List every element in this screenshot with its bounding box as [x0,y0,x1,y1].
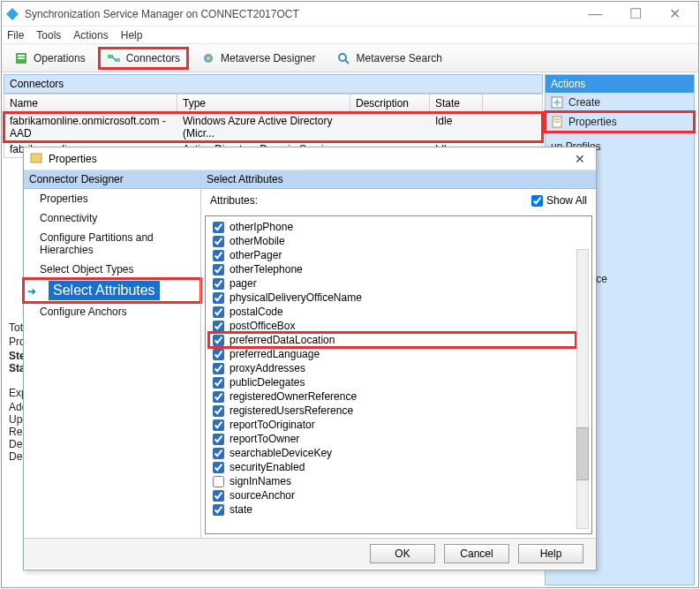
attribute-item[interactable]: reportToOriginator [209,418,576,432]
maximize-button[interactable]: ☐ [615,4,655,25]
attribute-label: reportToOwner [230,433,299,445]
col-type[interactable]: Type [177,94,350,112]
ok-button[interactable]: OK [370,544,435,563]
attribute-label: signInNames [230,475,291,487]
attribute-checkbox[interactable] [213,462,224,473]
attribute-item[interactable]: reportToOwner [209,432,576,446]
designer-select-attributes[interactable]: Select Attributes [49,281,160,300]
attribute-checkbox[interactable] [213,476,224,487]
scrollbar-track[interactable] [576,249,589,529]
properties-icon [551,116,563,128]
designer-partitions[interactable]: Configure Partitions and Hierarchies [24,228,200,260]
attribute-checkbox[interactable] [213,349,224,360]
attribute-checkbox[interactable] [213,490,224,502]
select-attributes-header: Select Attributes [201,170,596,189]
attribute-checkbox[interactable] [213,278,224,290]
attribute-checkbox[interactable] [213,222,224,233]
attribute-item[interactable]: sourceAnchor [209,488,576,502]
attribute-item[interactable]: securityEnabled [209,460,576,474]
designer-connectivity[interactable]: Connectivity [24,208,200,228]
cancel-button[interactable]: Cancel [444,544,509,563]
action-properties[interactable]: Properties [546,112,694,132]
attribute-checkbox[interactable] [213,405,224,417]
attribute-checkbox[interactable] [213,236,224,247]
attribute-item[interactable]: physicalDeliveryOfficeName [209,291,576,305]
attribute-label: publicDelegates [230,376,305,389]
attribute-label: otherPager [230,249,282,261]
attribute-item[interactable]: registeredOwnerReference [209,389,576,404]
close-button[interactable]: ✕ [655,4,695,25]
attribute-checkbox[interactable] [213,250,224,261]
action-create[interactable]: Create [546,93,694,112]
attribute-checkbox[interactable] [213,321,224,332]
attribute-item[interactable]: postOfficeBox [209,319,576,333]
attribute-item[interactable]: otherTelephone [209,262,576,276]
attribute-item[interactable]: registeredUsersReference [209,404,576,418]
attribute-checkbox[interactable] [213,377,224,389]
dialog-title: Properties [49,153,569,165]
attribute-checkbox[interactable] [213,448,224,459]
attribute-item[interactable]: otherMobile [209,234,576,248]
attribute-checkbox[interactable] [213,434,224,445]
attribute-label: pager [230,277,257,290]
attribute-checkbox[interactable] [213,504,224,516]
designer-configure-anchors[interactable]: Configure Anchors [24,302,200,321]
show-all-checkbox[interactable]: Show All [531,194,587,207]
menu-file[interactable]: File [7,29,24,42]
col-desc[interactable]: Description [350,94,430,112]
attribute-checkbox[interactable] [213,335,224,346]
svg-point-8 [339,54,346,61]
col-state[interactable]: State [430,94,483,112]
operations-button[interactable]: Operations [7,49,93,68]
attribute-item[interactable]: pager [209,276,576,291]
attribute-item[interactable]: postalCode [209,305,576,319]
attribute-label: searchableDeviceKey [230,447,332,459]
attributes-list[interactable]: otherIpPhoneotherMobileotherPagerotherTe… [205,215,592,534]
metaverse-designer-button[interactable]: Metaverse Designer [194,49,322,68]
menu-help[interactable]: Help [121,29,143,42]
attribute-item[interactable]: preferredDataLocation [209,333,576,347]
attribute-item[interactable]: searchableDeviceKey [209,446,576,460]
attribute-checkbox[interactable] [213,419,224,431]
metaverse-search-icon [336,51,350,65]
attribute-checkbox[interactable] [213,292,224,304]
menu-actions[interactable]: Actions [73,29,108,42]
table-row[interactable]: fabrikamonline.onmicrosoft.com - AAD Win… [4,113,542,141]
attribute-label: postalCode [230,306,283,318]
metaverse-search-button[interactable]: Metaverse Search [329,49,448,68]
attribute-item[interactable]: signInNames [209,474,576,488]
attributes-label: Attributes: [210,194,263,207]
actions-header: Actions [546,75,694,93]
attribute-checkbox[interactable] [213,306,224,318]
connectors-button[interactable]: Connectors [100,49,187,68]
attribute-label: proxyAddresses [230,362,305,374]
attribute-checkbox[interactable] [213,264,224,276]
operations-icon [14,51,28,65]
svg-rect-5 [115,58,120,62]
attribute-checkbox[interactable] [213,363,224,374]
help-button[interactable]: Help [518,544,583,563]
dialog-close-button[interactable]: ✕ [569,152,591,166]
attribute-item[interactable]: otherIpPhone [209,220,576,234]
menubar: File Tools Actions Help [2,26,698,44]
svg-rect-3 [18,57,25,59]
metaverse-designer-icon [201,51,215,65]
svg-marker-0 [6,8,19,20]
attribute-checkbox[interactable] [213,391,224,403]
attribute-label: otherIpPhone [230,221,293,233]
menu-tools[interactable]: Tools [36,29,61,42]
designer-object-types[interactable]: Select Object Types [24,260,200,279]
col-name[interactable]: Name [4,94,177,112]
attribute-item[interactable]: otherPager [209,248,576,262]
svg-rect-16 [31,154,41,162]
arrow-icon: ➔ [27,285,36,298]
attribute-item[interactable]: preferredLanguage [209,347,576,361]
attribute-item[interactable]: publicDelegates [209,375,576,389]
scrollbar-thumb[interactable] [576,427,589,480]
attribute-item[interactable]: proxyAddresses [209,361,576,375]
attribute-item[interactable]: state [209,502,576,517]
attribute-label: reportToOriginator [230,419,315,431]
minimize-button[interactable]: — [576,4,615,25]
designer-properties[interactable]: Properties [24,189,200,208]
dialog-icon [29,152,43,166]
